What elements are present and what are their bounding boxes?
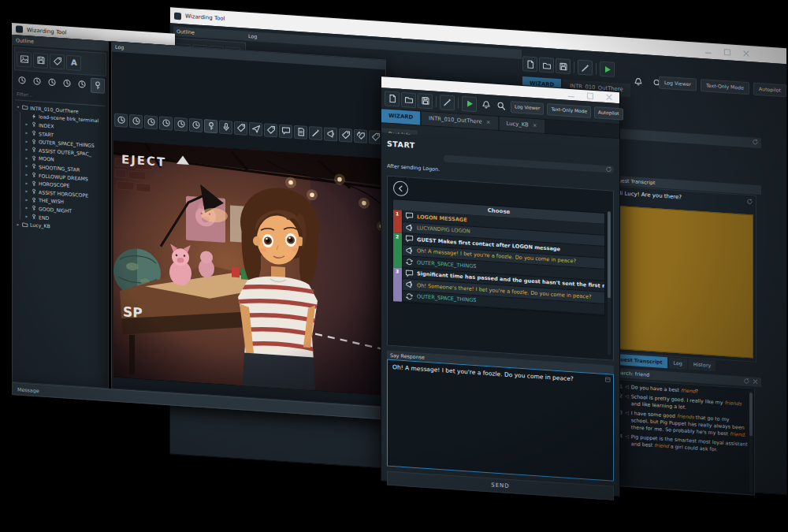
collapsed-arrow-icon[interactable]: ▸ bbox=[16, 221, 20, 226]
refresh-icon[interactable] bbox=[743, 378, 750, 385]
collapsed-arrow-icon[interactable]: ▸ bbox=[24, 172, 29, 177]
bubble-icon[interactable] bbox=[279, 124, 292, 138]
notification-toolbar bbox=[479, 98, 507, 113]
video-frame: EJECT SP bbox=[113, 141, 385, 396]
wand-icon[interactable] bbox=[309, 126, 322, 140]
expanded-arrow-icon[interactable]: ▾ bbox=[16, 105, 20, 110]
key-icon bbox=[31, 196, 37, 203]
outline-tree: ▾INTR_010_OutThereload-scene blrk_termin… bbox=[13, 102, 108, 234]
open-folder-icon[interactable] bbox=[401, 91, 416, 107]
collapsed-arrow-icon[interactable]: ▸ bbox=[24, 164, 29, 169]
history-icon[interactable] bbox=[61, 76, 73, 91]
save-icon[interactable] bbox=[556, 58, 571, 74]
history-icon[interactable] bbox=[129, 113, 143, 128]
collapsed-arrow-icon[interactable]: ▸ bbox=[24, 122, 29, 127]
tab-close-icon[interactable]: × bbox=[533, 119, 537, 132]
refresh-icon[interactable] bbox=[746, 198, 753, 206]
minimize-icon[interactable] bbox=[564, 87, 578, 102]
results-scrollbar[interactable] bbox=[749, 391, 753, 492]
play-icon[interactable] bbox=[600, 61, 615, 77]
tag-sync-icon[interactable] bbox=[354, 128, 367, 143]
choose-panel: Choose 1LOGON MESSAGELUCYANDPIG LOGON2GU… bbox=[387, 176, 614, 361]
history-icon[interactable] bbox=[46, 75, 58, 89]
collapsed-arrow-icon[interactable]: ▸ bbox=[24, 139, 29, 143]
key-icon[interactable] bbox=[204, 119, 217, 133]
key-icon bbox=[31, 130, 37, 137]
minimize-icon[interactable] bbox=[701, 44, 715, 58]
text-only-mode-button[interactable]: Text-Only Mode bbox=[547, 103, 591, 118]
refresh-icon[interactable] bbox=[752, 138, 759, 146]
new-file-icon[interactable] bbox=[522, 56, 537, 72]
window-controls bbox=[701, 44, 753, 61]
bell-icon[interactable] bbox=[479, 98, 492, 112]
tag-icon[interactable] bbox=[264, 123, 277, 137]
send-icon[interactable] bbox=[249, 121, 262, 136]
choose-scrollbar[interactable] bbox=[608, 211, 611, 355]
history-icon[interactable] bbox=[16, 73, 28, 87]
toolbar-separator bbox=[596, 63, 597, 74]
document-icon[interactable] bbox=[294, 125, 307, 139]
text-only-mode-button[interactable]: Text-Only Mode bbox=[701, 79, 749, 95]
history-icon[interactable] bbox=[114, 113, 128, 127]
collapsed-arrow-icon[interactable]: ▸ bbox=[24, 214, 29, 218]
window-title: Wizarding Tool bbox=[27, 27, 67, 35]
history-icon[interactable] bbox=[189, 117, 203, 132]
megaphone-icon[interactable] bbox=[324, 127, 337, 141]
tab-wizard[interactable]: WIZARD bbox=[381, 109, 420, 125]
toolbar-separator bbox=[458, 98, 459, 109]
bell-icon[interactable] bbox=[631, 74, 645, 88]
key-icon[interactable] bbox=[91, 77, 105, 93]
wand-icon[interactable] bbox=[440, 95, 455, 110]
play-icon[interactable] bbox=[462, 95, 477, 111]
video-viewport: EJECT SP bbox=[113, 141, 385, 396]
image-icon[interactable] bbox=[17, 51, 32, 67]
letter-a-icon[interactable]: A bbox=[66, 54, 81, 70]
maximize-icon[interactable] bbox=[583, 89, 597, 103]
save-icon[interactable] bbox=[418, 93, 433, 109]
autopilot-button[interactable]: Autopilot bbox=[753, 82, 786, 97]
log-viewer-button[interactable]: Log Viewer bbox=[511, 101, 544, 115]
outline-toolbar: A bbox=[14, 47, 106, 76]
collapsed-arrow-icon[interactable]: ▸ bbox=[24, 188, 29, 193]
tag-icon[interactable] bbox=[50, 54, 65, 69]
mic-icon[interactable] bbox=[219, 120, 232, 134]
tag-icon[interactable] bbox=[339, 128, 352, 142]
collapsed-arrow-icon[interactable]: ▸ bbox=[24, 180, 29, 185]
collapsed-arrow-icon[interactable]: ▸ bbox=[24, 205, 29, 210]
tab-history[interactable]: History bbox=[689, 359, 716, 371]
magnifier-icon[interactable] bbox=[494, 99, 507, 113]
autopilot-button[interactable]: Autopilot bbox=[594, 106, 623, 120]
history-icon[interactable] bbox=[31, 74, 43, 88]
save-icon[interactable] bbox=[33, 52, 48, 68]
new-file-icon[interactable] bbox=[385, 91, 400, 106]
key-icon bbox=[31, 205, 37, 212]
collapsed-arrow-icon[interactable]: ▸ bbox=[24, 130, 29, 135]
say-response-input[interactable]: Oh! A message! I bet you're a foozle. Do… bbox=[387, 359, 614, 482]
log-toolbar bbox=[113, 112, 384, 146]
tag-icon[interactable] bbox=[234, 121, 247, 135]
wand-icon[interactable] bbox=[578, 60, 593, 76]
maximize-icon[interactable] bbox=[720, 45, 734, 59]
collapsed-arrow-icon[interactable]: ▸ bbox=[24, 155, 29, 160]
tab-close-icon[interactable]: × bbox=[486, 116, 491, 129]
history-icon[interactable] bbox=[144, 115, 158, 129]
main-toolbar bbox=[522, 56, 615, 77]
refresh-icon[interactable] bbox=[605, 166, 612, 173]
history-icon[interactable] bbox=[174, 117, 188, 131]
collapsed-arrow-icon[interactable]: ▸ bbox=[24, 197, 29, 202]
collapsed-arrow-icon[interactable]: ▸ bbox=[24, 147, 29, 151]
group-color-bar: 2 bbox=[393, 233, 402, 267]
beat-content: START After sending Logon. Choose 1LOGON… bbox=[381, 132, 619, 496]
close-icon[interactable] bbox=[602, 90, 615, 104]
expand-icon[interactable] bbox=[604, 376, 611, 384]
history-icon[interactable] bbox=[159, 116, 173, 130]
close-icon[interactable] bbox=[752, 378, 759, 385]
tab-log[interactable]: Log bbox=[669, 357, 687, 370]
history-icon[interactable] bbox=[76, 77, 88, 91]
reply-arrow-icon: ◁ bbox=[625, 409, 629, 430]
close-icon[interactable] bbox=[739, 47, 753, 61]
log-viewer-button[interactable]: Log Viewer bbox=[659, 76, 697, 91]
back-button[interactable] bbox=[393, 180, 408, 196]
open-folder-icon[interactable] bbox=[539, 57, 554, 73]
screen-scene: Wizarding Tool Outline A Log WIZARDINTR_… bbox=[0, 0, 788, 532]
